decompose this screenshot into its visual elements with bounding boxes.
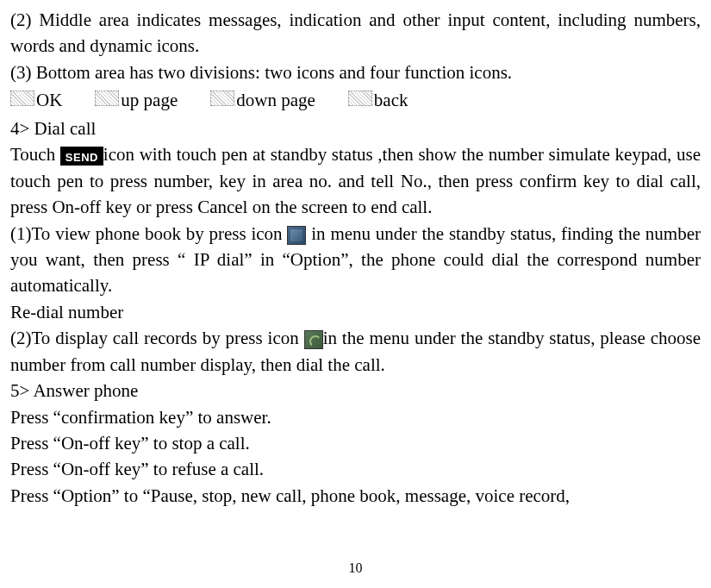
paragraph-2: (2) Middle area indicates messages, indi… bbox=[10, 7, 701, 59]
phonebook-menu-icon bbox=[287, 226, 306, 245]
back-icon-group: back bbox=[348, 87, 409, 113]
document-content: (2) Middle area indicates messages, indi… bbox=[10, 7, 701, 509]
section-5-line-1: Press “confirmation key” to answer. bbox=[10, 404, 701, 430]
section-5-title: 5> Answer phone bbox=[10, 378, 701, 403]
section-5-line-4: Press “Option” to “Pause, stop, new call… bbox=[10, 483, 701, 509]
up-page-icon bbox=[95, 91, 119, 106]
touch-text-post: icon with touch pen at standby status ,t… bbox=[10, 144, 701, 217]
ok-icon bbox=[10, 91, 34, 106]
ok-icon-group: OK bbox=[10, 87, 62, 113]
ok-label: OK bbox=[36, 87, 62, 113]
down-page-label: down page bbox=[236, 87, 315, 113]
down-page-icon bbox=[210, 91, 234, 106]
back-icon bbox=[348, 91, 372, 106]
section-4-2: (2)To display call records by press icon… bbox=[10, 325, 701, 378]
down-page-icon-group: down page bbox=[210, 87, 315, 113]
up-page-icon-group: up page bbox=[95, 87, 178, 113]
s4-1-pre: (1)To view phone book by press icon bbox=[10, 223, 287, 244]
section-5-line-3: Press “On-off key” to refuse a call. bbox=[10, 456, 701, 482]
call-records-icon bbox=[304, 330, 323, 349]
touch-text-pre: Touch bbox=[10, 144, 60, 165]
redial-title: Re-dial number bbox=[10, 299, 701, 325]
function-icons-row: OK up page down page back bbox=[10, 87, 701, 113]
page-number: 10 bbox=[0, 558, 711, 578]
send-icon: SEND bbox=[60, 147, 103, 166]
section-4-title: 4> Dial call bbox=[10, 116, 701, 141]
back-label: back bbox=[374, 87, 409, 113]
s4-2-pre: (2)To display call records by press icon bbox=[10, 328, 304, 348]
paragraph-3: (3) Bottom area has two divisions: two i… bbox=[10, 59, 701, 85]
section-4-1: (1)To view phone book by press icon in m… bbox=[10, 221, 701, 299]
section-5-line-2: Press “On-off key” to stop a call. bbox=[10, 430, 701, 456]
up-page-label: up page bbox=[121, 87, 178, 113]
section-4-touch: Touch SENDicon with touch pen at standby… bbox=[10, 141, 701, 220]
